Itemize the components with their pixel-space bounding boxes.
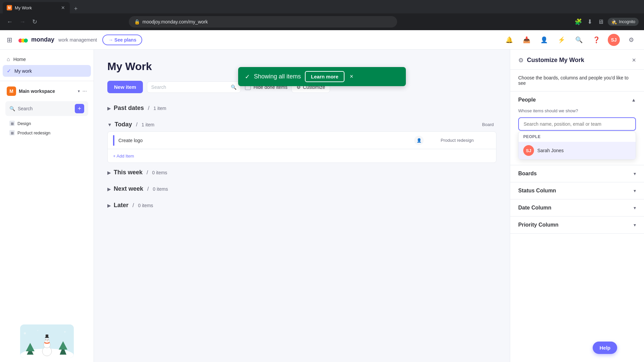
sidebar-search-text: Search — [18, 106, 33, 111]
app-logo: monday work management — [18, 35, 97, 45]
dropdown-person-item[interactable]: SJ Sarah Jones — [519, 142, 636, 159]
sidebar-nav: ⌂ Home ✓ My work — [0, 50, 94, 81]
home-icon: ⌂ — [7, 56, 10, 62]
panel-gear-icon: ⚙ — [518, 57, 524, 64]
svg-point-2 — [24, 39, 28, 43]
settings-button[interactable]: ⚙ — [625, 34, 637, 46]
incognito-badge: 🕵 Incognito — [608, 18, 639, 26]
next-week-title: Next week — [114, 185, 143, 192]
table-row: Create logo 👤 Product redesign — [108, 132, 496, 149]
main-content: My Work New item 🔍 Hide done items ⚙ Cus… — [94, 50, 510, 362]
dropdown-group-label: People — [519, 132, 636, 142]
sidebar-board-design[interactable]: ▦ Design — [3, 119, 91, 128]
sidebar-board-product[interactable]: ▦ Product redesign — [3, 128, 91, 137]
integrations-button[interactable]: ⚡ — [555, 34, 568, 46]
people-search-input[interactable] — [518, 117, 636, 131]
address-bar[interactable]: 🔒 moodjoy.monday.com/my_work — [129, 16, 397, 27]
sidebar-mywork-label: My work — [14, 68, 32, 74]
today-item-name: Create logo — [118, 138, 414, 143]
section-next-week-header[interactable]: ▶ Next week / 0 items — [107, 182, 496, 196]
priority-chevron-icon: ▾ — [634, 222, 636, 228]
panel-section-people-header[interactable]: People ▲ — [510, 92, 644, 108]
svg-text:❄: ❄ — [23, 331, 26, 335]
later-divider: / — [132, 202, 134, 208]
sidebar-item-mywork[interactable]: ✓ My work — [3, 65, 91, 77]
people-dropdown: People SJ Sarah Jones — [518, 131, 636, 160]
download-icon[interactable]: ⬇ — [586, 17, 594, 27]
row-person-icon: 👤 — [414, 136, 424, 145]
notifications-button[interactable]: 🔔 — [503, 34, 515, 46]
refresh-button[interactable]: ↻ — [31, 17, 39, 27]
mywork-icon: ✓ — [7, 68, 11, 74]
next-week-arrow-icon: ▶ — [107, 186, 111, 192]
invite-button[interactable]: 👤 — [538, 34, 550, 46]
svg-text:❄: ❄ — [37, 329, 39, 331]
status-chevron-icon: ▾ — [634, 188, 636, 193]
banner-close-button[interactable]: × — [350, 73, 354, 80]
panel-section-boards[interactable]: Boards ▾ — [510, 165, 644, 182]
notification-banner: ✓ Showing all items Learn more × — [238, 67, 406, 86]
sidebar-home-label: Home — [13, 57, 26, 62]
inbox-button[interactable]: 📥 — [521, 34, 533, 46]
see-plans-button[interactable]: → See plans — [102, 35, 142, 45]
later-count: 0 items — [138, 203, 153, 208]
help-button[interactable]: ❓ — [590, 34, 602, 46]
section-later-header[interactable]: ▶ Later / 0 items — [107, 198, 496, 212]
add-item-row[interactable]: + Add Item — [108, 149, 496, 163]
active-tab[interactable]: M My Work ✕ — [3, 2, 70, 13]
forward-button[interactable]: → — [18, 17, 27, 27]
priority-section-title: Priority Column — [518, 222, 558, 228]
workspace-name: Main workspace — [19, 88, 75, 94]
search-button[interactable]: 🔍 — [573, 34, 585, 46]
user-avatar[interactable]: SJ — [608, 34, 620, 46]
search-input[interactable] — [151, 84, 228, 90]
date-section-title: Date Column — [518, 205, 551, 211]
svg-text:❄: ❄ — [64, 330, 66, 334]
snowman-scene: ❄ ❄ ❄ — [20, 324, 74, 358]
panel-section-priority[interactable]: Priority Column ▾ — [510, 217, 644, 234]
sidebar-add-button[interactable]: + — [75, 104, 84, 113]
sidebar-workspace: M Main workspace ▾ ··· 🔍 Search + ▦ Desi… — [0, 81, 94, 140]
section-this-week: ▶ This week / 0 items — [107, 166, 496, 179]
logo-brand-text: monday — [31, 36, 54, 43]
board-label-design: Design — [17, 121, 31, 126]
tab-favicon: M — [7, 5, 12, 10]
back-button[interactable]: ← — [5, 17, 14, 27]
sidebar-search[interactable]: 🔍 Search + — [5, 101, 88, 116]
cast-icon[interactable]: 🖥 — [596, 17, 605, 27]
section-past-dates: ▶ Past dates / 1 item — [107, 101, 496, 115]
banner-learn-more-button[interactable]: Learn more — [305, 71, 344, 82]
snowman-svg: ❄ ❄ ❄ — [20, 324, 74, 358]
svg-point-12 — [45, 340, 46, 340]
today-arrow-icon: ▼ — [107, 122, 112, 127]
add-item-label: + Add Item — [113, 154, 134, 159]
new-item-button[interactable]: New item — [107, 81, 143, 93]
board-label-product: Product redesign — [17, 130, 50, 135]
browser-toolbar: ← → ↻ 🔒 moodjoy.monday.com/my_work 🧩 ⬇ 🖥… — [0, 13, 644, 30]
tab-close-button[interactable]: ✕ — [60, 4, 66, 11]
sidebar: ⌂ Home ✓ My work M Main workspace ▾ ··· … — [0, 50, 94, 362]
boards-chevron-icon: ▾ — [634, 171, 636, 176]
section-past-dates-header[interactable]: ▶ Past dates / 1 item — [107, 101, 496, 115]
workspace-more-icon[interactable]: ··· — [83, 88, 87, 94]
status-section-title: Status Column — [518, 188, 556, 194]
panel-header: ⚙ Customize My Work × — [510, 50, 644, 70]
panel-section-date[interactable]: Date Column ▾ — [510, 199, 644, 217]
section-this-week-header[interactable]: ▶ This week / 0 items — [107, 166, 496, 179]
new-tab-button[interactable]: + — [71, 4, 80, 13]
sidebar-search-icon: 🔍 — [9, 106, 15, 111]
panel-close-button[interactable]: × — [632, 56, 636, 64]
section-today-header[interactable]: ▼ Today / 1 item Board — [107, 118, 496, 131]
workspace-header[interactable]: M Main workspace ▾ ··· — [3, 84, 91, 99]
help-floating-button[interactable]: Help — [593, 342, 617, 354]
grid-apps-icon[interactable]: ⊞ — [7, 36, 12, 44]
panel-section-status[interactable]: Status Column ▾ — [510, 182, 644, 199]
extensions-icon[interactable]: 🧩 — [573, 17, 583, 27]
next-week-divider: / — [147, 186, 149, 192]
workspace-icon: M — [7, 86, 16, 96]
people-chevron-icon: ▲ — [631, 97, 636, 103]
sidebar-item-home[interactable]: ⌂ Home — [3, 54, 91, 65]
past-dates-count: 1 item — [154, 106, 166, 111]
search-submit-icon[interactable]: 🔍 — [231, 84, 236, 90]
person-avatar: SJ — [523, 145, 534, 156]
